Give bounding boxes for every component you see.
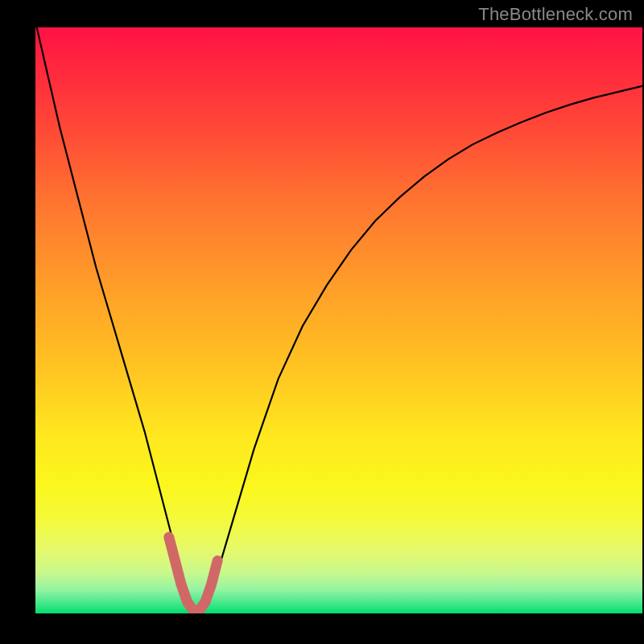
bottleneck-curve: [35, 27, 642, 613]
chart-container: TheBottleneck.com: [0, 0, 644, 644]
plot-area: [35, 27, 642, 613]
curve-highlight: [169, 537, 217, 610]
curve-layer: [35, 27, 642, 613]
watermark-text: TheBottleneck.com: [478, 4, 633, 25]
